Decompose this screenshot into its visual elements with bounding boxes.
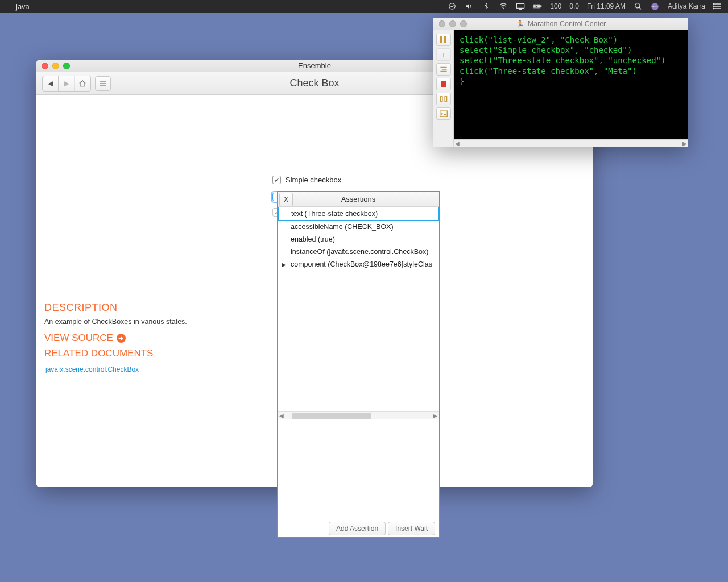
cpu-indicator: 0.0 [569, 2, 579, 10]
home-button[interactable] [75, 76, 90, 91]
wifi-icon[interactable] [499, 2, 508, 11]
svg-point-1 [503, 9, 504, 9]
spotlight-icon[interactable] [634, 2, 643, 11]
bluetooth-icon[interactable] [482, 2, 491, 11]
assertions-list[interactable]: text (Three-state checkbox) accessibleNa… [278, 207, 439, 411]
simple-checkbox[interactable] [272, 176, 281, 184]
assertion-item[interactable]: enabled (true) [278, 233, 439, 246]
svg-rect-2 [517, 3, 524, 8]
marathon-window: 🏃Marathon Control Center i click("list-v… [433, 18, 688, 147]
expand-triangle-icon[interactable]: ▶ [282, 261, 286, 268]
pause-button[interactable] [436, 34, 451, 46]
assertions-h-scrollbar[interactable]: ◀▶ [278, 411, 439, 419]
description-text: An example of CheckBoxes in various stat… [44, 318, 187, 326]
svg-point-8 [713, 3, 714, 4]
console-button[interactable] [436, 107, 451, 120]
app-menu[interactable]: java [16, 2, 30, 11]
volume-icon[interactable] [465, 2, 474, 11]
svg-point-0 [449, 3, 456, 10]
info-button[interactable]: i [436, 48, 451, 61]
svg-rect-12 [445, 97, 447, 101]
battery-icon[interactable] [533, 2, 542, 11]
marathon-h-scrollbar[interactable]: ◀▶ [454, 139, 688, 147]
runner-icon: 🏃 [516, 20, 524, 28]
svg-point-6 [635, 3, 640, 8]
user-name[interactable]: Aditya Karra [668, 2, 705, 10]
marathon-title: 🏃Marathon Control Center [433, 20, 688, 28]
shield-check-icon[interactable] [448, 2, 457, 11]
stop-record-button[interactable] [436, 78, 451, 90]
assertions-title: Assertions [278, 195, 439, 203]
object-map-button[interactable] [436, 93, 451, 105]
assertion-item[interactable]: ▶component (CheckBox@198ee7e6[styleClas [278, 258, 439, 271]
marathon-script-view[interactable]: click("list-view_2", "Check Box") select… [454, 30, 688, 139]
hamburger-menu-button[interactable] [95, 76, 111, 91]
related-documents-heading: RELATED DOCUMENTS [44, 348, 153, 359]
forward-button[interactable]: ▶ [59, 76, 75, 91]
svg-point-9 [713, 6, 714, 6]
macos-menubar: java 100 0.0 Fri 11:09 AM Aditya Karra [0, 0, 728, 13]
battery-percent: 100 [550, 2, 561, 10]
back-button[interactable]: ◀ [43, 76, 59, 91]
svg-rect-4 [541, 6, 541, 7]
siri-icon[interactable] [651, 2, 660, 11]
display-icon[interactable] [516, 2, 525, 11]
menu-extras-icon[interactable] [713, 2, 722, 11]
insert-wait-button[interactable]: Insert Wait [388, 522, 435, 535]
arrow-circle-icon: ➜ [117, 334, 126, 343]
assertion-item[interactable]: instanceOf (javafx.scene.control.CheckBo… [278, 246, 439, 258]
clock[interactable]: Fri 11:09 AM [587, 2, 626, 10]
api-doc-link[interactable]: javafx.scene.control.CheckBox [46, 365, 139, 373]
assertion-item[interactable]: text (Three-state checkbox) [278, 207, 439, 221]
assertions-popup: X Assertions text (Three-state checkbox)… [277, 191, 440, 538]
svg-rect-11 [440, 97, 442, 101]
svg-point-10 [713, 8, 714, 9]
simple-checkbox-label: Simple checkbox [286, 176, 341, 184]
view-source-link[interactable]: VIEW SOURCE ➜ [44, 332, 126, 344]
indent-button[interactable] [436, 63, 451, 76]
assertion-item[interactable]: accessibleName (CHECK_BOX) [278, 221, 439, 233]
assertions-detail-pane [278, 419, 439, 519]
svg-rect-13 [440, 111, 447, 117]
marathon-toolbar: i [433, 30, 454, 147]
add-assertion-button[interactable]: Add Assertion [329, 522, 386, 535]
description-heading: DESCRIPTION [44, 302, 118, 314]
